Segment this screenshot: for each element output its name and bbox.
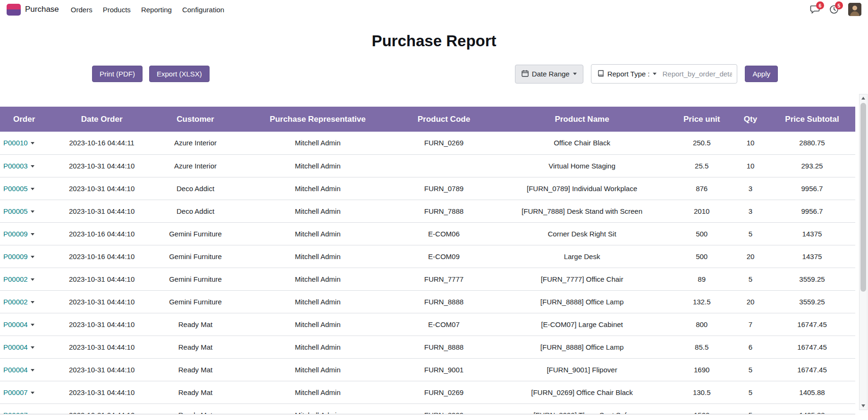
price-unit-cell: 89 bbox=[671, 268, 732, 290]
order-link[interactable]: P00009 bbox=[3, 230, 28, 238]
activities-button[interactable]: 5 bbox=[829, 5, 839, 14]
order-dropdown-caret-icon[interactable] bbox=[31, 369, 34, 371]
column-header-order: Order bbox=[0, 107, 53, 132]
customer-cell: Gemini Furniture bbox=[151, 222, 240, 245]
date-order-cell: 2023-10-16 04:44:11 bbox=[53, 132, 151, 154]
column-header-price-unit: Price unit bbox=[671, 107, 732, 132]
price-subtotal-cell: 16747.45 bbox=[769, 336, 855, 358]
price-subtotal-cell: 14375 bbox=[769, 245, 855, 268]
messages-button[interactable]: 6 bbox=[810, 5, 820, 14]
scroll-down-arrow-icon[interactable] bbox=[860, 402, 867, 410]
purchase-app-icon[interactable] bbox=[7, 4, 21, 16]
customer-cell: Ready Mat bbox=[151, 381, 240, 403]
price-unit-cell: 876 bbox=[671, 177, 732, 200]
product-code-cell: E-COM06 bbox=[395, 222, 493, 245]
order-dropdown-caret-icon[interactable] bbox=[31, 346, 34, 349]
price-subtotal-cell: 1405.88 bbox=[769, 381, 855, 403]
purchase-representative-cell: Mitchell Admin bbox=[240, 222, 395, 245]
price-unit-cell: 500 bbox=[671, 245, 732, 268]
order-cell: P00004 bbox=[0, 358, 53, 381]
order-cell: P00005 bbox=[0, 200, 53, 222]
order-link[interactable]: P00010 bbox=[3, 139, 28, 147]
order-dropdown-caret-icon[interactable] bbox=[31, 142, 34, 144]
order-link[interactable]: P00007 bbox=[3, 388, 28, 396]
price-subtotal-cell: 3559.25 bbox=[769, 290, 855, 313]
customer-cell: Azure Interior bbox=[151, 154, 240, 177]
qty-cell: 20 bbox=[732, 290, 769, 313]
order-dropdown-caret-icon[interactable] bbox=[31, 301, 34, 303]
table-row: P00007 2023-10-31 04:44:10 Ready Mat Mit… bbox=[0, 381, 855, 403]
order-link[interactable]: P00002 bbox=[3, 275, 28, 283]
order-dropdown-caret-icon[interactable] bbox=[31, 188, 34, 190]
order-dropdown-caret-icon[interactable] bbox=[31, 324, 34, 326]
purchase-representative-cell: Mitchell Admin bbox=[240, 336, 395, 358]
price-unit-cell: 132.5 bbox=[671, 290, 732, 313]
product-code-cell: FURN_0789 bbox=[395, 177, 493, 200]
order-dropdown-caret-icon[interactable] bbox=[31, 233, 34, 235]
report-type-label: Report Type : bbox=[607, 70, 650, 78]
product-code-cell: FURN_7777 bbox=[395, 268, 493, 290]
date-range-dropdown[interactable]: Date Range bbox=[515, 65, 583, 84]
column-header-qty: Qty bbox=[732, 107, 769, 132]
price-unit-cell: 250.5 bbox=[671, 132, 732, 154]
product-name-cell: [FURN_0269] Office Chair Black bbox=[493, 381, 672, 403]
purchase-representative-cell: Mitchell Admin bbox=[240, 132, 395, 154]
order-link[interactable]: P00004 bbox=[3, 320, 28, 328]
order-cell: P00002 bbox=[0, 290, 53, 313]
order-link[interactable]: P00003 bbox=[3, 162, 28, 170]
scroll-up-arrow-icon[interactable] bbox=[860, 94, 867, 102]
order-link[interactable]: P00004 bbox=[3, 343, 28, 351]
report-type-input[interactable] bbox=[661, 70, 737, 78]
customer-cell: Deco Addict bbox=[151, 200, 240, 222]
table-row: P00005 2023-10-31 04:44:10 Deco Addict M… bbox=[0, 177, 855, 200]
order-link[interactable]: P00004 bbox=[3, 366, 28, 374]
order-link[interactable]: P00007 bbox=[3, 411, 28, 414]
price-unit-cell: 130.5 bbox=[671, 381, 732, 403]
date-order-cell: 2023-10-16 04:44:10 bbox=[53, 222, 151, 245]
price-subtotal-cell: 1405.88 bbox=[769, 403, 855, 414]
nav-item-configuration[interactable]: Configuration bbox=[177, 1, 229, 18]
order-cell: P00004 bbox=[0, 313, 53, 336]
purchase-representative-cell: Mitchell Admin bbox=[240, 403, 395, 414]
order-link[interactable]: P00002 bbox=[3, 298, 28, 306]
order-dropdown-caret-icon[interactable] bbox=[31, 256, 34, 258]
order-link[interactable]: P00005 bbox=[3, 185, 28, 193]
export-xlsx-button[interactable]: Export (XLSX) bbox=[149, 66, 210, 82]
product-name-cell: [FURN_7777] Office Chair bbox=[493, 268, 672, 290]
column-header-product-code: Product Code bbox=[395, 107, 493, 132]
order-link[interactable]: P00005 bbox=[3, 207, 28, 215]
customer-cell: Ready Mat bbox=[151, 358, 240, 381]
app-name[interactable]: Purchase bbox=[25, 5, 59, 14]
column-header-customer: Customer bbox=[151, 107, 240, 132]
product-name-cell: [FURN_7888] Desk Stand with Screen bbox=[493, 200, 672, 222]
column-header-date-order: Date Order bbox=[53, 107, 151, 132]
price-unit-cell: 800 bbox=[671, 313, 732, 336]
product-name-cell: Large Desk bbox=[493, 245, 672, 268]
customer-cell: Gemini Furniture bbox=[151, 290, 240, 313]
user-avatar[interactable] bbox=[848, 3, 861, 16]
order-dropdown-caret-icon[interactable] bbox=[31, 392, 34, 394]
price-subtotal-cell: 2880.75 bbox=[769, 132, 855, 154]
nav-item-reporting[interactable]: Reporting bbox=[136, 1, 177, 18]
book-icon bbox=[598, 70, 604, 78]
date-order-cell: 2023-10-31 04:44:10 bbox=[53, 381, 151, 403]
order-link[interactable]: P00009 bbox=[3, 252, 28, 260]
purchase-representative-cell: Mitchell Admin bbox=[240, 290, 395, 313]
order-dropdown-caret-icon[interactable] bbox=[31, 165, 34, 168]
nav-item-products[interactable]: Products bbox=[98, 1, 136, 18]
order-dropdown-caret-icon[interactable] bbox=[31, 278, 34, 281]
customer-cell: Deco Addict bbox=[151, 177, 240, 200]
qty-cell: 5 bbox=[732, 381, 769, 403]
table-row: P00007 2023-10-31 04:44:10 Ready Mat Mit… bbox=[0, 403, 855, 414]
column-header-purchase-representative: Purchase Representative bbox=[240, 107, 395, 132]
vertical-scrollbar[interactable] bbox=[859, 94, 868, 410]
print-pdf-button[interactable]: Print (PDF) bbox=[92, 66, 143, 82]
table-row: P00004 2023-10-31 04:44:10 Ready Mat Mit… bbox=[0, 336, 855, 358]
price-unit-cell: 500 bbox=[671, 222, 732, 245]
date-order-cell: 2023-10-31 04:44:10 bbox=[53, 268, 151, 290]
scrollbar-thumb[interactable] bbox=[860, 103, 866, 292]
nav-item-orders[interactable]: Orders bbox=[66, 1, 98, 18]
report-type-dropdown[interactable]: Report Type : bbox=[591, 65, 662, 83]
apply-button[interactable]: Apply bbox=[745, 66, 778, 82]
order-dropdown-caret-icon[interactable] bbox=[31, 210, 34, 213]
